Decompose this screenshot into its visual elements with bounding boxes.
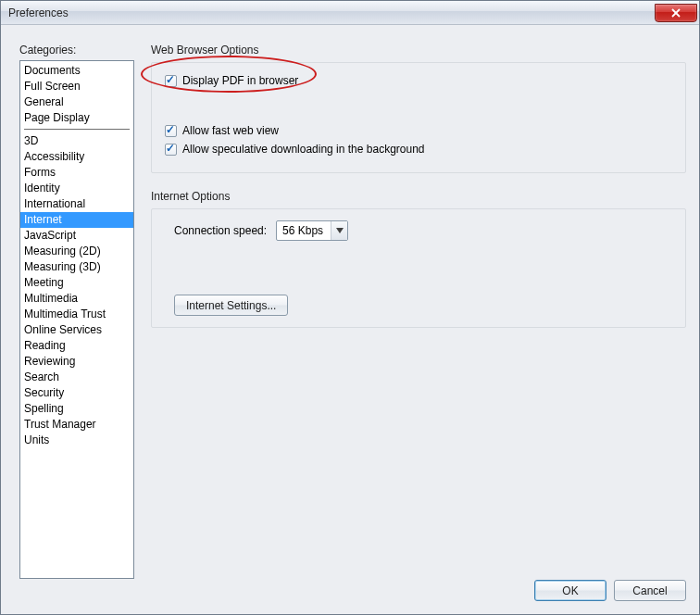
- internet-settings-button[interactable]: Internet Settings...: [174, 295, 288, 316]
- category-item[interactable]: Units: [20, 433, 133, 448]
- category-item[interactable]: Search: [20, 370, 133, 385]
- category-item[interactable]: Page Display: [20, 110, 133, 126]
- category-item[interactable]: Identity: [20, 181, 133, 196]
- category-item[interactable]: Trust Manager: [20, 417, 133, 433]
- category-item[interactable]: Meeting: [20, 275, 133, 291]
- window-title: Preferences: [8, 6, 69, 19]
- cancel-button[interactable]: Cancel: [614, 580, 686, 601]
- fast-web-row[interactable]: Allow fast web view: [165, 124, 672, 137]
- speculative-checkbox[interactable]: [165, 144, 177, 156]
- close-button[interactable]: [655, 4, 697, 22]
- spacer: [165, 93, 672, 124]
- titlebar: Preferences: [1, 1, 699, 25]
- category-item[interactable]: Multimedia Trust: [20, 307, 133, 322]
- display-pdf-label: Display PDF in browser: [182, 74, 298, 87]
- category-item[interactable]: Online Services: [20, 322, 133, 338]
- category-item[interactable]: Reviewing: [20, 354, 133, 370]
- fast-web-label: Allow fast web view: [182, 124, 279, 137]
- speculative-row[interactable]: Allow speculative downloading in the bac…: [165, 143, 672, 156]
- categories-label: Categories:: [19, 44, 76, 56]
- connection-speed-label: Connection speed:: [174, 224, 267, 237]
- category-item[interactable]: General: [20, 94, 133, 110]
- category-item[interactable]: Multimedia: [20, 291, 133, 307]
- category-item[interactable]: 3D: [20, 133, 133, 149]
- connection-speed-value: 56 Kbps: [282, 224, 331, 237]
- category-item[interactable]: Security: [20, 385, 133, 401]
- category-item[interactable]: Spelling: [20, 401, 133, 417]
- ok-button[interactable]: OK: [534, 580, 606, 601]
- dropdown-button[interactable]: [331, 221, 347, 240]
- category-item[interactable]: Reading: [20, 338, 133, 354]
- category-item[interactable]: Measuring (3D): [20, 259, 133, 275]
- preferences-window: Preferences Categories: DocumentsFull Sc…: [0, 0, 700, 615]
- category-item[interactable]: International: [20, 196, 133, 212]
- category-divider: [24, 129, 130, 130]
- dialog-footer: OK Cancel: [534, 580, 686, 601]
- category-item[interactable]: Forms: [20, 165, 133, 181]
- web-browser-options-label: Web Browser Options: [151, 44, 686, 56]
- category-item[interactable]: JavaScript: [20, 228, 133, 244]
- internet-options-label: Internet Options: [151, 190, 686, 203]
- dialog-content: Categories: DocumentsFull ScreenGeneralP…: [14, 34, 686, 601]
- settings-pane: Web Browser Options Display PDF in brows…: [151, 44, 686, 345]
- display-pdf-row[interactable]: Display PDF in browser: [165, 74, 672, 87]
- categories-list[interactable]: DocumentsFull ScreenGeneralPage Display3…: [19, 60, 134, 579]
- close-icon: [670, 8, 681, 18]
- category-item[interactable]: Internet: [20, 212, 133, 228]
- chevron-down-icon: [336, 228, 344, 233]
- display-pdf-checkbox[interactable]: [165, 75, 177, 87]
- category-item[interactable]: Accessibility: [20, 149, 133, 165]
- category-item[interactable]: Full Screen: [20, 79, 133, 94]
- web-browser-options-group: Display PDF in browser Allow fast web vi…: [151, 62, 686, 173]
- connection-speed-select[interactable]: 56 Kbps: [276, 220, 348, 241]
- svg-marker-2: [336, 228, 344, 233]
- fast-web-checkbox[interactable]: [165, 125, 177, 137]
- speculative-label: Allow speculative downloading in the bac…: [182, 143, 425, 156]
- category-item[interactable]: Measuring (2D): [20, 244, 133, 259]
- connection-speed-row: Connection speed: 56 Kbps: [157, 215, 680, 250]
- category-item[interactable]: Documents: [20, 63, 133, 79]
- internet-options-group: Connection speed: 56 Kbps Internet Setti…: [151, 208, 686, 328]
